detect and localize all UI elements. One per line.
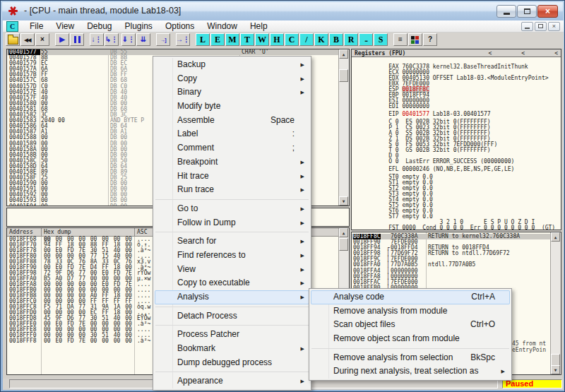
exec-till-return-button[interactable]: →]: [156, 33, 170, 46]
context-menu-item[interactable]: ▶: [155, 307, 309, 307]
context-menu-item[interactable]: Comment ; ▶: [155, 141, 309, 155]
maximize-button[interactable]: [517, 5, 537, 18]
windows-list-button[interactable]: ≡: [393, 33, 408, 46]
disasm-row[interactable]: 00401577 55 DB 55 CHAR 'U': [7, 49, 339, 55]
address-column-header[interactable]: Address: [7, 228, 42, 236]
open-file-button[interactable]: [6, 33, 20, 46]
animate-into-button[interactable]: ⇓⋮: [121, 33, 136, 46]
context-menu-item[interactable]: ▶: [155, 199, 309, 200]
menubar-item[interactable]: Help: [244, 21, 274, 31]
context-menu-item[interactable]: Modify byte ▶: [155, 100, 309, 114]
hexdump-column-header[interactable]: Hex dump: [42, 228, 135, 236]
step-over-button[interactable]: ↳⋮: [105, 33, 119, 46]
mdi-restore-button[interactable]: [535, 22, 547, 31]
context-menu-item[interactable]: Process Patcher ▶: [155, 328, 309, 342]
scroll-down-icon[interactable]: ▼: [339, 196, 348, 206]
submenu-item[interactable]: Remove analysis from module ▶: [311, 304, 510, 319]
pane-mark[interactable]: <: [554, 50, 558, 57]
scroll-thumb[interactable]: [339, 238, 348, 251]
context-menu-item[interactable]: Follow in Dump ▶: [155, 216, 309, 230]
scroll-thumb[interactable]: [339, 69, 348, 82]
view-handles-button[interactable]: H: [270, 33, 284, 46]
context-menu-item[interactable]: Search for ▶: [155, 234, 309, 249]
goto-button[interactable]: →⋮: [176, 33, 190, 46]
stack-row[interactable]: 0018FFA4 │ 00000000: [352, 268, 551, 274]
stack-scrollbar[interactable]: ▲ ▼: [550, 232, 561, 374]
context-menu-item[interactable]: Assemble Space ▶: [155, 114, 309, 128]
submenu-item[interactable]: Remove analysis from selection BkSpc ▶: [311, 351, 510, 365]
registers-pane[interactable]: Registers (FPU) <<< EAX 760C3378 kernel3…: [351, 49, 561, 230]
submenu-item[interactable]: Scan object files Ctrl+O ▶: [311, 318, 510, 332]
run-button[interactable]: ▶: [55, 33, 69, 46]
pane-mark[interactable]: <: [521, 50, 525, 57]
view-callstack-button[interactable]: K: [314, 33, 328, 46]
submenu-item[interactable]: Remove object scan from module ▶: [311, 332, 510, 346]
context-menu-item[interactable]: Copy ▶: [155, 72, 309, 86]
context-menu-item[interactable]: View ▶: [155, 263, 309, 277]
registers-pane-header[interactable]: Registers (FPU) <<<: [352, 49, 561, 57]
context-menu-item[interactable]: ▶: [155, 325, 309, 326]
context-menu-item[interactable]: Go to ▶: [155, 202, 309, 216]
scroll-up-icon[interactable]: ▲: [339, 228, 348, 237]
pause-button[interactable]: [70, 33, 84, 46]
context-menu-item[interactable]: Analysis ▶: [155, 290, 309, 304]
view-cpu-button[interactable]: C: [285, 33, 299, 46]
view-threads-button[interactable]: T: [240, 33, 254, 46]
context-menu-item[interactable]: Detach Process ▶: [155, 309, 309, 323]
stack-row[interactable]: 0018FFA0 │ 77D7A0B5 ntdll.77D7A0B5: [352, 262, 551, 268]
context-menu-item[interactable]: ▶: [155, 232, 309, 232]
context-menu-item[interactable]: Dump debugged process ▶: [155, 356, 309, 370]
stack-row[interactable]: 0018FF8C 760C338A RETURN to kernel32.760…: [352, 234, 551, 239]
context-menu-item[interactable]: Breakpoint ▶: [155, 155, 309, 170]
context-menu-item[interactable]: Copy to executable ▶: [155, 276, 309, 290]
scroll-down-icon[interactable]: ▼: [551, 365, 560, 374]
scroll-up-icon[interactable]: ▲: [339, 49, 348, 59]
disasm-scrollbar[interactable]: ▲ ▼: [338, 49, 349, 206]
menubar-item[interactable]: File: [23, 21, 49, 31]
mdi-close-button[interactable]: ×: [548, 22, 560, 31]
context-menu-item[interactable]: Backup ▶: [155, 58, 309, 72]
close-button[interactable]: ×: [537, 5, 558, 18]
stack-row[interactable]: 0018FF98 │ 77D69F72 RETURN to ntdll.77D6…: [352, 251, 551, 256]
submenu-item[interactable]: ▶: [311, 348, 509, 349]
view-runtrace-button[interactable]: ...: [359, 33, 373, 46]
menubar-item[interactable]: Plugins: [119, 21, 159, 31]
context-menu-item[interactable]: ▶: [155, 372, 309, 372]
step-into-button[interactable]: ↓⋮: [90, 33, 104, 46]
restart-button[interactable]: ◀◀: [20, 33, 35, 46]
context-menu-item[interactable]: Appearance ▶: [155, 374, 309, 388]
view-log-button[interactable]: L: [196, 33, 210, 46]
animate-over-button[interactable]: ⇊: [136, 33, 150, 46]
view-source-button[interactable]: S: [374, 33, 388, 46]
appearance-button[interactable]: [408, 33, 422, 46]
pane-mark[interactable]: <: [489, 50, 492, 57]
menubar-item[interactable]: View: [49, 21, 81, 31]
view-patches-button[interactable]: /: [299, 33, 314, 46]
context-menu-item[interactable]: Bookmark ▶: [155, 342, 309, 356]
view-memory-button[interactable]: M: [225, 33, 239, 46]
stack-row[interactable]: 0018FFAC │ 7EFDE000: [352, 280, 551, 285]
view-modules-button[interactable]: E: [210, 33, 225, 46]
menubar-item[interactable]: Options: [159, 21, 201, 31]
help-button[interactable]: ?: [423, 33, 437, 46]
context-menu-item[interactable]: Binary ▶: [155, 85, 309, 100]
view-windows-button[interactable]: W: [255, 33, 269, 46]
menubar-item[interactable]: Window: [201, 21, 244, 31]
view-breakpoints-button[interactable]: B: [329, 33, 343, 46]
submenu-item[interactable]: Analyse code Ctrl+A ▶: [311, 290, 510, 304]
stack-comment-fragment: 45 from nt: [512, 340, 546, 347]
context-menu-item[interactable]: Label : ▶: [155, 127, 309, 141]
mdi-minimize-button[interactable]: [521, 22, 533, 31]
context-menu-item[interactable]: Find references to ▶: [155, 249, 309, 263]
stack-row[interactable]: 0018FFA8 │ 00000000: [352, 274, 551, 280]
view-references-button[interactable]: R: [344, 33, 358, 46]
submenu-item[interactable]: During next analysis, treat selection as…: [311, 364, 510, 379]
minimize-button[interactable]: [496, 5, 516, 18]
title-bar[interactable]: - [CPU - main thread, module Lab18-03] ×: [2, 2, 563, 20]
context-menu-item[interactable]: Run trace ▶: [155, 183, 309, 197]
context-menu-item[interactable]: Hit trace ▶: [155, 170, 309, 184]
close-debuggee-button[interactable]: ×: [35, 33, 49, 46]
menubar-item[interactable]: Debug: [81, 21, 118, 31]
register-line[interactable]: EAX 760C3378 kernel32.BaseThreadInitThun…: [355, 59, 559, 64]
scroll-up-icon[interactable]: ▲: [551, 232, 560, 242]
